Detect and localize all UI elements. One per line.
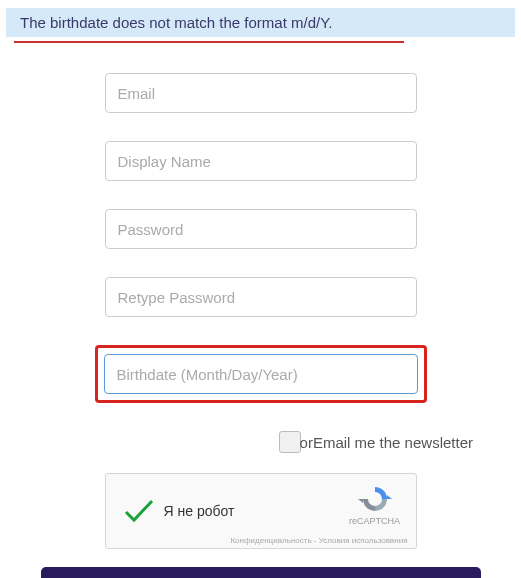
newsletter-label: Email me the newsletter bbox=[313, 434, 473, 451]
svg-marker-1 bbox=[358, 499, 363, 503]
retype-password-field[interactable] bbox=[105, 277, 417, 317]
email-field[interactable] bbox=[105, 73, 417, 113]
newsletter-row: or Email me the newsletter bbox=[0, 431, 521, 453]
birthdate-field[interactable] bbox=[104, 354, 418, 394]
checkmark-icon bbox=[124, 498, 154, 524]
field-row bbox=[0, 209, 521, 249]
recaptcha-logo: reCAPTCHA bbox=[344, 484, 406, 526]
recaptcha-text: Я не робот bbox=[164, 503, 235, 519]
error-banner: The birthdate does not match the format … bbox=[6, 8, 515, 37]
error-message: The birthdate does not match the format … bbox=[20, 14, 332, 31]
register-button[interactable]: Register bbox=[41, 567, 481, 578]
field-row bbox=[0, 277, 521, 317]
newsletter-overlap-prefix: or bbox=[300, 434, 313, 451]
password-field[interactable] bbox=[105, 209, 417, 249]
recaptcha-brand: reCAPTCHA bbox=[344, 516, 406, 526]
recaptcha-icon bbox=[344, 484, 406, 514]
newsletter-checkbox[interactable] bbox=[279, 431, 301, 453]
recaptcha-privacy: Конфиденциальность - Условия использован… bbox=[230, 536, 407, 545]
field-row bbox=[0, 141, 521, 181]
highlight-box bbox=[95, 345, 427, 403]
registration-form: or Email me the newsletter Я не робот re… bbox=[0, 43, 521, 578]
field-row bbox=[0, 345, 521, 403]
svg-marker-0 bbox=[387, 495, 392, 499]
field-row bbox=[0, 73, 521, 113]
display-name-field[interactable] bbox=[105, 141, 417, 181]
recaptcha-widget[interactable]: Я не робот reCAPTCHA Конфиденциальность … bbox=[105, 473, 417, 549]
